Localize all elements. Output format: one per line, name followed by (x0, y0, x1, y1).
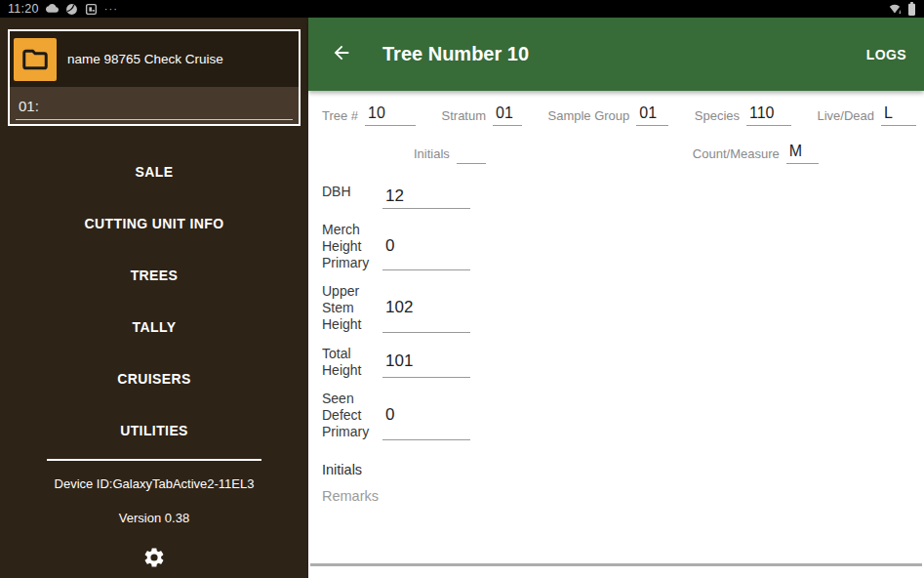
field-label: Tree # (322, 108, 358, 126)
merch-height-primary-input[interactable]: 0 (382, 222, 470, 270)
remarks-input[interactable]: Remarks (322, 488, 916, 504)
version-text: Version 0.38 (119, 511, 189, 525)
field-upper-stem-height: Upper Stem Height 102 (322, 283, 916, 332)
field-label: Stratum (442, 108, 487, 126)
field-label: Live/Dead (817, 108, 874, 126)
field-label: Upper Stem Height (322, 283, 379, 332)
field-label: Initials (414, 146, 450, 164)
total-height-input[interactable]: 101 (382, 346, 470, 379)
field-initials-top: Initials (414, 144, 486, 164)
sidebar-item-sale[interactable]: SALE (0, 145, 308, 197)
folder-icon (14, 38, 57, 81)
cruise-card-header: name 98765 Check Cruise (10, 31, 299, 87)
field-stratum: Stratum 01 (442, 104, 523, 126)
gear-icon (142, 546, 166, 569)
sidebar-item-utilities[interactable]: UTILITIES (0, 404, 308, 456)
initials-bottom-label: Initials (322, 462, 916, 477)
cruise-name: name 98765 Check Cruise (67, 52, 223, 66)
cruise-sub-underline (16, 119, 293, 120)
sidebar-item-trees[interactable]: TREES (0, 249, 308, 301)
upper-stem-height-input[interactable]: 102 (382, 283, 470, 332)
seen-defect-primary-input[interactable]: 0 (382, 391, 470, 439)
cruise-card[interactable]: name 98765 Check Cruise 01: (8, 29, 301, 126)
cruise-sub-label: 01: (19, 98, 39, 114)
back-button[interactable] (328, 41, 355, 68)
field-label: Merch Height Primary (322, 222, 379, 270)
field-sample-group: Sample Group 01 (547, 104, 668, 126)
top-field-row: Tree # 10 Stratum 01 Sample Group 01 Spe… (322, 104, 916, 126)
field-label: Count/Measure (693, 146, 780, 164)
field-species: Species 110 (695, 104, 791, 126)
back-arrow-icon (331, 42, 352, 67)
cloud-icon (46, 3, 59, 16)
sample-group-input[interactable]: 01 (636, 104, 668, 126)
clock: 11:20 (8, 2, 39, 16)
stratum-input[interactable]: 01 (493, 104, 522, 126)
tree-number-input[interactable]: 10 (365, 104, 416, 126)
page-title: Tree Number 10 (382, 43, 529, 65)
field-label: DBH (322, 184, 379, 209)
field-label: Seen Defect Primary (322, 391, 379, 439)
main-panel: Tree Number 10 LOGS Tree # 10 Stratum 01… (308, 18, 924, 578)
status-bar: 11:20 ··· (0, 0, 924, 18)
field-tree-number: Tree # 10 (322, 104, 416, 126)
field-seen-defect-primary: Seen Defect Primary 0 (322, 391, 916, 439)
logs-button[interactable]: LOGS (866, 47, 906, 62)
second-field-row: Initials Count/Measure M (322, 143, 916, 164)
initials-top-input[interactable] (457, 144, 486, 164)
sphere-icon (65, 3, 78, 16)
sidebar-item-tally[interactable]: TALLY (0, 301, 308, 352)
field-count-measure: Count/Measure M (693, 143, 819, 164)
field-label: Total Height (322, 346, 379, 379)
notification-icon (85, 3, 98, 16)
dbh-input[interactable]: 12 (382, 184, 470, 209)
device-id-text: Device ID:GalaxyTabActive2-11EL3 (55, 476, 255, 491)
app-screen: 11:20 ··· (0, 0, 924, 578)
overflow-dots: ··· (104, 3, 118, 15)
bottom-divider (310, 563, 922, 566)
count-measure-input[interactable]: M (786, 143, 819, 164)
cruise-sub-row[interactable]: 01: (10, 87, 299, 124)
sidebar: name 98765 Check Cruise 01: SALE CUTTING… (0, 18, 308, 578)
species-input[interactable]: 110 (746, 104, 791, 126)
field-total-height: Total Height 101 (322, 346, 916, 379)
field-label: Sample Group (547, 108, 629, 126)
app-bar: Tree Number 10 LOGS (308, 18, 924, 91)
sidebar-item-cutting-unit-info[interactable]: CUTTING UNIT INFO (0, 197, 308, 249)
sidebar-divider (47, 459, 261, 461)
wifi-icon (888, 3, 903, 16)
field-live-dead: Live/Dead L (817, 104, 916, 126)
field-dbh: DBH 12 (322, 184, 916, 209)
settings-button[interactable] (142, 546, 166, 569)
field-label: Species (695, 108, 740, 126)
live-dead-input[interactable]: L (881, 104, 916, 126)
sidebar-nav: SALE CUTTING UNIT INFO TREES TALLY CRUIS… (0, 145, 308, 456)
field-merch-height-primary: Merch Height Primary 0 (322, 222, 916, 270)
sidebar-item-cruisers[interactable]: CRUISERS (0, 352, 308, 404)
battery-icon (907, 2, 916, 16)
tree-form: Tree # 10 Stratum 01 Sample Group 01 Spe… (308, 91, 924, 504)
